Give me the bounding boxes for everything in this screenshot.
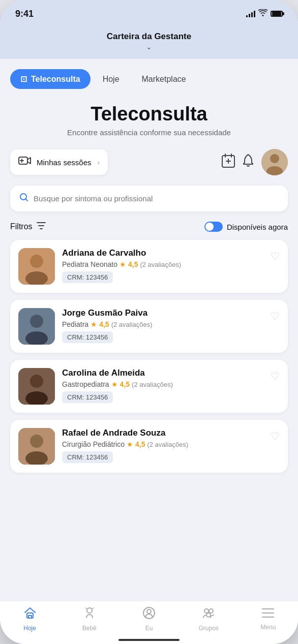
groups-icon (202, 606, 215, 623)
battery-icon (271, 11, 283, 17)
svg-point-13 (30, 375, 43, 388)
header: Carteira da Gestante ⌄ (0, 27, 298, 59)
search-bar (10, 186, 288, 211)
video-icon: ⊡ (20, 74, 27, 84)
svg-point-5 (20, 194, 26, 200)
nav-label-grupos: Grupos (198, 625, 218, 632)
doctor-reviews: (2 avaliações) (111, 321, 153, 328)
nav-item-grupos[interactable]: Grupos (193, 606, 224, 632)
favorite-button[interactable]: ♡ (271, 368, 280, 382)
header-chevron-icon[interactable]: ⌄ (10, 43, 288, 51)
svg-point-3 (270, 154, 279, 163)
doctor-info: Rafael de Andrade Souza Cirurgião Pediát… (62, 428, 266, 463)
home-indicator (118, 639, 180, 641)
sessions-label: Minhas sessões (37, 158, 92, 167)
sessions-button[interactable]: Minhas sessões › (10, 149, 108, 175)
user-avatar[interactable] (261, 149, 288, 175)
doctor-name: Carolina de Almeida (62, 368, 266, 378)
doctor-rating: 4,5 (135, 440, 145, 448)
doctor-name: Jorge Gusmão Paiva (62, 308, 266, 318)
doctor-specialty-row: Cirurgião Pediátrico ★ 4,5 (2 avaliações… (62, 440, 266, 448)
nav-item-menu[interactable]: Menu (253, 607, 283, 631)
search-icon (19, 193, 28, 204)
doctor-specialty: Pediatra Neonato (62, 260, 117, 268)
filters-button[interactable]: Filtros (10, 222, 46, 231)
doctor-specialty-row: Pediatra ★ 4,5 (2 avaliações) (62, 320, 266, 328)
crm-badge: CRM: 123456 (62, 451, 113, 463)
star-icon: ★ (120, 260, 126, 268)
status-time: 9:41 (15, 9, 34, 19)
doctor-rating: 4,5 (120, 380, 130, 388)
star-icon: ★ (111, 380, 118, 388)
crm-badge: CRM: 123456 (62, 391, 113, 403)
favorite-button[interactable]: ♡ (271, 308, 280, 322)
main-content: ⊡ Teleconsulta Hoje Marketplace Telecons… (0, 59, 298, 601)
doctor-avatar (18, 428, 55, 465)
doctor-name: Adriana de Carvalho (62, 248, 266, 258)
signal-icon (246, 10, 255, 17)
notifications-button[interactable] (242, 154, 254, 171)
doctor-card[interactable]: Jorge Gusmão Paiva Pediatra ★ 4,5 (2 ava… (10, 300, 288, 353)
person-icon (142, 606, 156, 623)
doctor-card[interactable]: Adriana de Carvalho Pediatra Neonato ★ 4… (10, 240, 288, 293)
doctor-reviews: (2 avaliações) (147, 441, 188, 448)
doctor-specialty-row: Pediatra Neonato ★ 4,5 (2 avaliações) (62, 260, 266, 268)
doctor-info: Jorge Gusmão Paiva Pediatra ★ 4,5 (2 ava… (62, 308, 266, 343)
star-icon: ★ (91, 320, 97, 328)
doctors-list: Adriana de Carvalho Pediatra Neonato ★ 4… (10, 240, 288, 473)
doctor-name: Rafael de Andrade Souza (62, 428, 266, 438)
page-title: Teleconsulta (10, 103, 288, 125)
quick-actions-row: Minhas sessões › (10, 149, 288, 175)
doctor-info: Adriana de Carvalho Pediatra Neonato ★ 4… (62, 248, 266, 283)
available-now-toggle[interactable]: Disponíveis agora (204, 222, 288, 232)
phone-frame: 9:41 Carteira da Gestante (0, 0, 298, 644)
search-input[interactable] (34, 194, 279, 203)
doctor-rating: 4,5 (128, 260, 138, 268)
crm-badge: CRM: 123456 (62, 331, 113, 343)
tab-hoje[interactable]: Hoje (93, 70, 130, 89)
available-label: Disponíveis agora (227, 223, 288, 231)
header-title: Carteira da Gestante (107, 32, 191, 41)
nav-item-bebe[interactable]: Bebê (74, 606, 105, 632)
doctor-card[interactable]: Rafael de Andrade Souza Cirurgião Pediát… (10, 420, 288, 473)
page-subtitle: Encontre assistência conforme sua necess… (10, 128, 288, 137)
svg-point-23 (209, 609, 213, 613)
sessions-chevron-icon: › (98, 159, 100, 166)
svg-point-22 (204, 609, 208, 613)
menu-icon (261, 607, 275, 622)
filter-icon (37, 222, 46, 231)
nav-label-hoje: Hoje (23, 625, 36, 632)
svg-point-21 (147, 609, 151, 614)
nav-label-bebe: Bebê (82, 625, 97, 632)
svg-point-16 (30, 435, 43, 448)
doctor-specialty: Pediatra (62, 320, 88, 328)
svg-point-24 (206, 613, 211, 617)
page-title-section: Teleconsulta (10, 103, 288, 125)
svg-point-10 (30, 315, 43, 328)
status-bar: 9:41 (0, 0, 298, 27)
doctor-info: Carolina de Almeida Gastropediatra ★ 4,5… (62, 368, 266, 403)
bottom-nav: Hoje Bebê Eu (0, 601, 298, 644)
nav-item-eu[interactable]: Eu (134, 606, 164, 632)
nav-item-hoje[interactable]: Hoje (15, 606, 45, 632)
filters-row: Filtros Disponíveis agora (10, 222, 288, 232)
doctor-specialty: Cirurgião Pediátrico (62, 440, 125, 448)
favorite-button[interactable]: ♡ (271, 248, 280, 262)
doctor-avatar (18, 308, 55, 345)
toggle-switch-icon (204, 222, 223, 232)
tab-bar: ⊡ Teleconsulta Hoje Marketplace (10, 69, 288, 89)
add-appointment-button[interactable] (222, 154, 235, 171)
doctor-rating: 4,5 (99, 320, 109, 328)
wifi-icon (258, 9, 267, 18)
filters-label: Filtros (10, 222, 33, 231)
doctor-reviews: (2 avaliações) (140, 261, 181, 268)
action-icons-group (222, 149, 288, 175)
tab-marketplace[interactable]: Marketplace (132, 70, 196, 89)
favorite-button[interactable]: ♡ (271, 428, 280, 442)
doctor-avatar (18, 368, 55, 405)
svg-point-7 (30, 255, 43, 268)
nav-label-menu: Menu (260, 624, 276, 631)
home-icon (23, 606, 37, 623)
doctor-card[interactable]: Carolina de Almeida Gastropediatra ★ 4,5… (10, 360, 288, 413)
tab-teleconsulta[interactable]: ⊡ Teleconsulta (10, 69, 91, 89)
